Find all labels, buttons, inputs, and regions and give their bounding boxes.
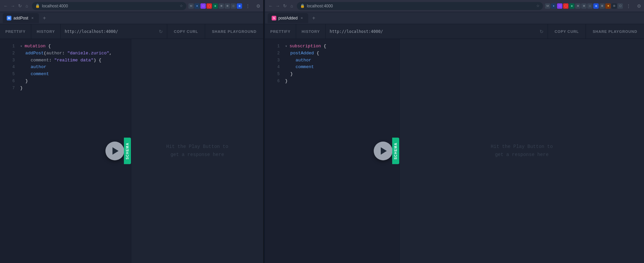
play-triangle-1: [112, 147, 119, 155]
home-button-1[interactable]: ⌂: [24, 3, 30, 9]
response-line2-1: get a response here: [166, 151, 228, 159]
share-playground-button-1[interactable]: SHARE PLAYGROUND: [205, 24, 263, 39]
url-input-1[interactable]: [65, 29, 156, 34]
url-refresh-2[interactable]: ↻: [540, 29, 544, 34]
schema-btn-container-2: SCHEMA: [392, 138, 399, 164]
url-text-2: localhost:4000: [307, 4, 534, 8]
line-num-2-2: 2: [270, 50, 280, 57]
ext-icon-2m: ⬡: [617, 3, 623, 9]
settings-icon-1[interactable]: ⚙: [256, 3, 261, 9]
url-area-2: ↻: [326, 29, 548, 34]
code-line-2-2: 2 postAdded {: [270, 50, 394, 57]
code-line-1-3: 3 comment: "realtime data") {: [5, 57, 126, 64]
response-line1-2: Hit the Play Button to: [491, 143, 553, 151]
lock-icon-2: 🔒: [300, 4, 305, 8]
playground-toolbar-1: PRETTIFY HISTORY ↻ COPY CURL SHARE PLAYG…: [0, 24, 263, 39]
ext-icon-1e: ◈: [213, 3, 218, 9]
copy-curl-button-2[interactable]: COPY CURL: [548, 24, 586, 39]
code-line-2-6: 6 }: [270, 78, 394, 85]
play-button-2[interactable]: [374, 142, 393, 160]
url-text-1: localhost:4000: [42, 4, 178, 8]
kw-subscription: subscription: [289, 44, 321, 49]
code-line-1-6: 6 }: [5, 78, 126, 85]
query-editor-2[interactable]: 1 ▾ subscription { 2 postAdded {: [265, 39, 399, 263]
browser-window-1: ← → ↻ ⌂ 🔒 localhost:4000 ☆ M ● ⬡ ◯ ◈ ⊕ ⊗…: [0, 0, 264, 263]
ext-icon-1b: ●: [194, 3, 200, 9]
code-line-2-4: 4 comment: [270, 64, 394, 71]
settings-icon-2[interactable]: ⚙: [637, 3, 641, 9]
response-line1-1: Hit the Play Button to: [166, 143, 228, 151]
history-button-2[interactable]: HISTORY: [296, 24, 325, 39]
editor-area-1: 1 ▾ mutation { 2 addPost(author: "daniel…: [0, 39, 263, 263]
line-num-1-5: 5: [5, 71, 15, 77]
response-line2-2: get a response here: [491, 151, 553, 159]
url-area-1: ↻: [61, 29, 167, 34]
collapse-icon-1: ▾: [20, 44, 25, 48]
line-content-2-3: author: [285, 57, 394, 64]
history-button-1[interactable]: HISTORY: [31, 24, 60, 39]
tab-postadded[interactable]: S postAdded ✕: [268, 13, 308, 23]
line-num-2-4: 4: [270, 64, 280, 70]
ext-icon-2g: ⊗: [581, 3, 587, 9]
line-num-1-6: 6: [5, 78, 15, 85]
extension-icons-2: M ● ⬡ ◯ ◈ ⊕ ⊗ ◇ ◉ ⊞ ★ ⊟ ⬡: [545, 3, 623, 9]
response-placeholder-2: Hit the Play Button to get a response he…: [491, 143, 553, 159]
response-placeholder-1: Hit the Play Button to get a response he…: [166, 143, 228, 159]
ext-icon-2f: ⊕: [575, 3, 581, 9]
schema-button-2[interactable]: SCHEMA: [392, 138, 399, 164]
schema-button-1[interactable]: SCHEMA: [124, 138, 131, 164]
menu-button-2[interactable]: ⋮: [625, 3, 632, 9]
ext-icon-2k: ★: [605, 3, 611, 9]
response-pane-2: Hit the Play Button to get a response he…: [399, 39, 644, 263]
line-content-1-2: addPost(author: "daniele.zurico",: [20, 50, 126, 57]
url-input-2[interactable]: [330, 29, 537, 34]
reload-button-1[interactable]: ↻: [17, 3, 23, 9]
home-button-2[interactable]: ⌂: [289, 3, 295, 9]
forward-button-2[interactable]: →: [275, 3, 281, 9]
ext-icon-2l: ⊟: [611, 3, 617, 9]
code-line-2-3: 3 author: [270, 57, 394, 64]
prettify-button-1[interactable]: PRETTIFY: [0, 24, 31, 39]
url-refresh-1[interactable]: ↻: [159, 29, 163, 34]
address-input-1[interactable]: 🔒 localhost:4000 ☆: [32, 2, 186, 10]
query-editor-1[interactable]: 1 ▾ mutation { 2 addPost(author: "daniel…: [0, 39, 131, 263]
line-num-1-7: 7: [5, 85, 15, 92]
schema-btn-container-1: SCHEMA: [124, 138, 131, 164]
code-line-1-2: 2 addPost(author: "daniele.zurico",: [5, 50, 126, 57]
ext-icon-2b: ●: [551, 3, 556, 9]
tab-close-1[interactable]: ✕: [30, 16, 35, 20]
menu-button-1[interactable]: ⋮: [244, 3, 251, 9]
share-playground-button-2[interactable]: SHARE PLAYGROUND: [586, 24, 644, 39]
kw-mutation: mutation: [25, 44, 45, 49]
browser-window-2: ← → ↻ ⌂ 🔒 localhost:4000 ☆ M ● ⬡ ◯ ◈ ⊕ ⊗…: [265, 0, 644, 263]
ext-icon-2h: ◇: [587, 3, 593, 9]
copy-curl-button-1[interactable]: COPY CURL: [167, 24, 205, 39]
line-content-1-1: ▾ mutation {: [20, 43, 126, 50]
ext-icon-2c: ⬡: [557, 3, 562, 9]
line-num-1-1: 1: [5, 43, 15, 50]
forward-button-1[interactable]: →: [10, 3, 16, 9]
tab-favicon-1: M: [7, 16, 11, 20]
reload-button-2[interactable]: ↻: [282, 3, 288, 9]
address-bar-row-1: ← → ↻ ⌂ 🔒 localhost:4000 ☆ M ● ⬡ ◯ ◈ ⊕ ⊗…: [0, 0, 263, 12]
code-line-1-1: 1 ▾ mutation {: [5, 43, 126, 50]
ext-icon-1h: ◇: [231, 3, 236, 9]
tab-addpost[interactable]: M addPost ✕: [3, 13, 39, 23]
new-tab-button-2[interactable]: +: [310, 14, 318, 22]
ext-icon-1a: M: [188, 3, 194, 9]
line-num-2-6: 6: [270, 78, 280, 85]
line-content-2-1: ▾ subscription {: [285, 43, 394, 50]
play-button-1[interactable]: [105, 142, 124, 160]
code-line-1-7: 7 }: [5, 85, 126, 92]
back-button-1[interactable]: ←: [3, 3, 9, 9]
address-input-2[interactable]: 🔒 localhost:4000 ☆: [297, 2, 543, 10]
editor-area-2: 1 ▾ subscription { 2 postAdded {: [265, 39, 644, 263]
code-line-1-4: 4 author: [5, 64, 126, 71]
prettify-button-2[interactable]: PRETTIFY: [265, 24, 296, 39]
back-button-2[interactable]: ←: [268, 3, 274, 9]
tab-close-2[interactable]: ✕: [300, 16, 304, 20]
line-content-2-2: postAdded {: [285, 50, 394, 57]
toolbar-right-1: COPY CURL SHARE PLAYGROUND: [167, 24, 263, 39]
response-pane-1: Hit the Play Button to get a response he…: [131, 39, 263, 263]
new-tab-button-1[interactable]: +: [40, 14, 48, 22]
